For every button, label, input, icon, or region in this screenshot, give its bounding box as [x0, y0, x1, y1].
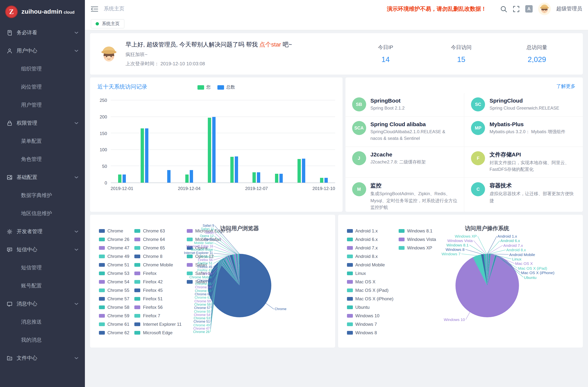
sidebar-subitem[interactable]: 菜单配置: [0, 132, 85, 150]
sidebar-item[interactable]: 基础配置: [0, 168, 85, 186]
sidebar-subitem[interactable]: 消息推送: [0, 313, 85, 331]
legend-item[interactable]: 总数: [217, 84, 235, 90]
collapse-sidebar-icon[interactable]: [91, 6, 98, 12]
sidebar-subitem[interactable]: 我的消息: [0, 331, 85, 349]
bar-总数[interactable]: [168, 170, 171, 183]
bar-您[interactable]: [320, 178, 323, 183]
bar-您[interactable]: [208, 118, 211, 183]
sidebar-subitem[interactable]: 用户管理: [0, 96, 85, 114]
sidebar-subitem[interactable]: 地区信息维护: [0, 204, 85, 223]
legend-item[interactable]: Windows XP: [399, 244, 436, 252]
bar-总数[interactable]: [190, 170, 193, 183]
bar-您[interactable]: [297, 159, 301, 183]
legend-item[interactable]: Firefox 56: [135, 303, 182, 311]
bar-总数[interactable]: [302, 159, 305, 183]
last-login: 上次登录时间： 2019-12-10 10:03:08: [126, 60, 292, 67]
bar-总数[interactable]: [324, 178, 328, 183]
sidebar-subitem[interactable]: 角色管理: [0, 150, 85, 168]
legend-item[interactable]: Chrome Mobile: [135, 261, 182, 269]
bar-总数[interactable]: [145, 128, 148, 183]
legend-item[interactable]: Mac OS X (iPhone): [347, 294, 394, 303]
sidebar-item[interactable]: 权限管理: [0, 114, 85, 132]
tech-desc: 封装文件接口，实现本地存储、阿里云、FastDFS存储的配置化: [490, 159, 576, 173]
legend-item[interactable]: Chrome 54: [99, 277, 129, 286]
legend-item[interactable]: Ubuntu: [347, 303, 394, 311]
legend-item[interactable]: Chrome 51: [99, 261, 129, 269]
bar-您[interactable]: [140, 128, 144, 183]
legend-item[interactable]: Chrome 26: [99, 235, 129, 244]
fullscreen-icon[interactable]: [513, 5, 520, 12]
legend-item[interactable]: Chrome 63: [135, 226, 182, 235]
bar-您[interactable]: [118, 174, 122, 183]
bar-您[interactable]: [275, 174, 278, 183]
sidebar-subitem[interactable]: 组织管理: [0, 60, 85, 78]
legend-item[interactable]: Internet Explorer 11: [135, 320, 182, 328]
legend-item[interactable]: Windows 10: [347, 311, 394, 320]
legend-item[interactable]: Chrome 57: [99, 294, 129, 303]
legend-item[interactable]: Windows 8.1: [399, 226, 436, 235]
legend-item[interactable]: Mac OS X: [347, 277, 394, 286]
logo[interactable]: Z zuihou-admincloud: [0, 0, 85, 24]
bar-您[interactable]: [185, 174, 189, 183]
legend-item[interactable]: Mac OS X (iPad): [347, 286, 394, 294]
tech-desc: 虚拟化容器技术，让迁移、部署更加方便快捷: [490, 190, 576, 204]
legend-item[interactable]: Linux: [347, 269, 394, 277]
font-size-icon[interactable]: A: [525, 5, 533, 13]
legend-item[interactable]: Microsoft Edge: [135, 328, 182, 337]
legend-item[interactable]: Windows 8: [347, 328, 394, 337]
search-icon[interactable]: [500, 5, 507, 12]
sidebar-item[interactable]: 务必详看: [0, 24, 85, 42]
legend-item[interactable]: Chrome 53: [99, 269, 129, 277]
sidebar-item[interactable]: 开发者管理: [0, 223, 85, 241]
user-avatar[interactable]: [538, 2, 551, 15]
legend-item[interactable]: Chrome 47: [99, 244, 129, 252]
legend-item[interactable]: Android 6.x: [347, 235, 394, 244]
legend-item[interactable]: Firefox 7: [135, 311, 182, 320]
browser-chart-card: 访问用户浏览器 ChromeChrome 26Chrome 47Chrome 4…: [90, 215, 335, 347]
breadcrumb[interactable]: 系统主页: [104, 5, 124, 12]
legend-item[interactable]: Android 8.x: [347, 252, 394, 261]
bar-总数[interactable]: [257, 172, 260, 183]
legend-item[interactable]: Chrome 61: [99, 320, 129, 328]
legend-item[interactable]: Chrome 62: [99, 328, 129, 337]
legend-item[interactable]: Windows Vista: [399, 235, 436, 244]
bar-总数[interactable]: [212, 117, 216, 183]
sidebar-subitem[interactable]: 岗位管理: [0, 78, 85, 96]
legend-item[interactable]: 您: [197, 84, 211, 90]
legend-item[interactable]: Chrome 59: [99, 311, 129, 320]
sidebar-subitem[interactable]: 短信管理: [0, 259, 85, 277]
legend-item[interactable]: Chrome 8: [135, 252, 182, 261]
sidebar-item[interactable]: 用户中心: [0, 42, 85, 60]
sidebar-item[interactable]: 消息中心: [0, 295, 85, 313]
learn-more-link[interactable]: 了解更多: [556, 83, 575, 90]
legend-item[interactable]: Chrome: [99, 226, 129, 235]
legend-item[interactable]: Android 7.x: [347, 244, 394, 252]
legend-item[interactable]: Firefox 42: [135, 277, 182, 286]
bar-总数[interactable]: [279, 174, 283, 183]
tab-home[interactable]: 系统主页: [91, 19, 124, 28]
legend-item[interactable]: Firefox: [135, 269, 182, 277]
username[interactable]: 超级管理员: [556, 5, 582, 12]
legend-item[interactable]: Android 1.x: [347, 226, 394, 235]
legend-item[interactable]: Firefox 45: [135, 286, 182, 294]
legend-item[interactable]: Chrome 58: [99, 303, 129, 311]
legend-item[interactable]: Chrome 64: [135, 235, 182, 244]
sidebar-subitem[interactable]: 数据字典维护: [0, 186, 85, 204]
bar-您[interactable]: [253, 172, 256, 183]
legend-item[interactable]: Chrome 65: [135, 244, 182, 252]
legend-item[interactable]: Chrome 55: [99, 286, 129, 294]
bar-总数[interactable]: [123, 174, 126, 183]
bar-您[interactable]: [230, 157, 233, 183]
sidebar-subitem[interactable]: 账号配置: [0, 277, 85, 295]
sidebar-item[interactable]: 短信中心: [0, 241, 85, 259]
legend-item[interactable]: Android Mobile: [347, 261, 394, 269]
star-link[interactable]: 点个star: [259, 41, 281, 47]
legend-item[interactable]: Windows 7: [347, 320, 394, 328]
browser-chart-title: 访问用户浏览器: [220, 225, 259, 232]
bar-总数[interactable]: [234, 156, 238, 183]
browser-chart-card-pie[interactable]: [208, 254, 271, 317]
os-chart-card-pie[interactable]: [455, 254, 519, 317]
legend-item[interactable]: Chrome 49: [99, 252, 129, 261]
legend-item[interactable]: Firefox 51: [135, 294, 182, 303]
sidebar-item[interactable]: 文件中心: [0, 349, 85, 367]
